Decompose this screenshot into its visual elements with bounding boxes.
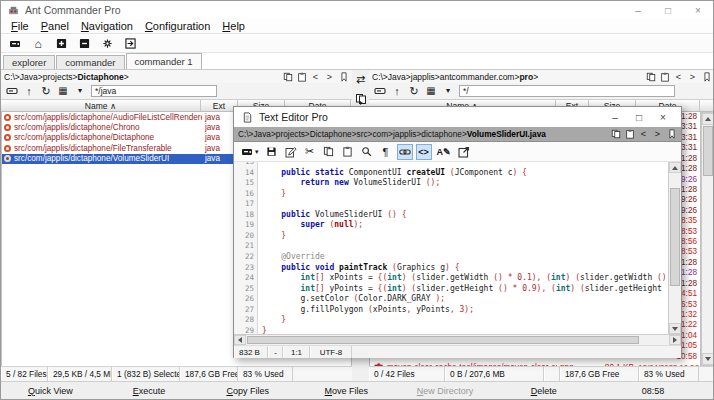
code-editor[interactable]: public static ComponentUI createUI (JCom… — [259, 162, 668, 334]
dialog-title: Text Editor Pro — [259, 111, 328, 123]
copy-path-icon[interactable] — [282, 71, 293, 82]
file-name: src/com/japplis/dictaphone/FileTransfera… — [14, 144, 172, 153]
menu-item-panel[interactable]: Panel — [35, 20, 75, 32]
refresh-icon[interactable]: ↻ — [40, 85, 52, 97]
maximize-button[interactable]: □ — [653, 5, 683, 16]
editor-status-segment: 832 B — [234, 346, 268, 358]
grid-view-icon[interactable]: ▦ — [425, 85, 437, 97]
open-file-button[interactable]: ▾ — [239, 144, 261, 160]
bookmark-icon[interactable] — [666, 129, 677, 140]
font-button[interactable]: A✎ — [435, 144, 453, 160]
remove-panel-icon[interactable] — [77, 37, 91, 51]
editor-scroll-down[interactable] — [669, 323, 681, 334]
code-button[interactable]: <> — [416, 144, 432, 160]
paste-path-icon[interactable] — [296, 71, 307, 82]
function-button-move-files[interactable]: Move Files — [297, 386, 396, 396]
function-button-quick-view[interactable]: Quick View — [1, 386, 100, 396]
paste-button[interactable] — [340, 144, 356, 160]
drive-icon[interactable] — [374, 85, 386, 97]
up-icon[interactable]: ↑ — [23, 85, 35, 97]
open-external-button[interactable] — [456, 144, 472, 160]
code-line: } — [262, 326, 668, 334]
code-line: int[] yPoints = {(int) (slider.getHeight… — [262, 284, 668, 295]
copy-button[interactable] — [321, 144, 337, 160]
editor-scroll-thumb[interactable] — [670, 188, 680, 286]
back-icon[interactable]: < — [673, 71, 684, 82]
menu-item-file[interactable]: File — [5, 20, 35, 32]
up-icon[interactable]: ↑ — [391, 85, 403, 97]
dropdown-caret-icon[interactable]: ▾ — [255, 148, 259, 156]
forward-icon[interactable]: > — [687, 71, 698, 82]
scroll-thumb[interactable] — [703, 126, 713, 176]
dialog-minimize-button[interactable]: – — [603, 112, 627, 123]
function-button-copy-files[interactable]: Copy Files — [198, 386, 297, 396]
swap-panels-icon[interactable]: ⇄ — [354, 72, 368, 86]
copy-to-panel-icon[interactable] — [354, 92, 368, 106]
minimize-button[interactable]: – — [623, 5, 653, 16]
forward-icon[interactable]: > — [324, 71, 335, 82]
editor-status-bar: 832 B-1:1UTF-8 — [234, 346, 681, 358]
caret-down[interactable]: ▾ — [74, 85, 86, 97]
editor-hscroll-thumb[interactable] — [247, 336, 639, 344]
edit-button[interactable] — [283, 144, 299, 160]
function-button-delete[interactable]: Delete — [494, 386, 593, 396]
scroll-up-arrow[interactable] — [702, 113, 714, 125]
paragraph-button[interactable]: ¶ — [378, 144, 394, 160]
caret-down[interactable]: ▾ — [442, 85, 454, 97]
forward-icon[interactable]: > — [652, 129, 663, 140]
window-title: Ant Commander Pro — [25, 4, 121, 16]
dialog-maximize-button[interactable]: □ — [627, 112, 651, 123]
menu-item-navigation[interactable]: Navigation — [75, 20, 139, 32]
editor-toolbar: ▾✂¶<>A✎ — [234, 142, 681, 162]
dialog-close-button[interactable]: × — [651, 112, 675, 123]
add-panel-icon[interactable] — [54, 37, 68, 51]
path-text[interactable]: C:\>Java>projects>Dictaphone> — [4, 72, 129, 82]
tab-explorer[interactable]: explorer — [3, 55, 55, 69]
file-name-cell: src/com/japplis/dictaphone/Dictaphone — [2, 133, 202, 142]
filter-input[interactable] — [91, 85, 217, 97]
grid-view-icon[interactable]: ▦ — [57, 85, 69, 97]
tab-commander[interactable]: commander — [56, 55, 124, 69]
back-icon[interactable]: < — [638, 129, 649, 140]
save-button[interactable] — [264, 144, 280, 160]
go-icon[interactable] — [123, 37, 137, 51]
line-number: 26 — [234, 294, 254, 305]
settings-icon[interactable] — [100, 37, 114, 51]
status-segment: 187,6 GB Free — [560, 367, 639, 381]
column-header-name[interactable]: Name ∧ — [1, 100, 201, 111]
copy-path-icon[interactable] — [645, 71, 656, 82]
back-icon[interactable]: < — [310, 71, 321, 82]
copy-path-icon[interactable] — [610, 129, 621, 140]
filter-input[interactable] — [459, 85, 675, 97]
paste-path-icon[interactable] — [659, 71, 670, 82]
editor-path-text: C:\>Java>projects>Dictaphone>src>com>jap… — [238, 129, 546, 139]
scroll-down-arrow[interactable] — [702, 353, 714, 365]
drives-icon[interactable] — [8, 37, 22, 51]
close-button[interactable]: × — [683, 5, 713, 16]
menu-item-configuration[interactable]: Configuration — [139, 20, 216, 32]
paste-path-icon[interactable] — [624, 129, 635, 140]
editor-scroll-up[interactable] — [669, 162, 681, 173]
editor-scroll-left[interactable] — [234, 335, 246, 345]
file-list-scrollbar[interactable] — [701, 112, 714, 366]
panel-toolbar: ↑↻▦▾ — [369, 83, 714, 99]
cut-button[interactable]: ✂ — [302, 144, 318, 160]
java-file-icon — [4, 155, 11, 162]
bookmark-icon[interactable] — [701, 71, 712, 82]
editor-scroll-right[interactable] — [669, 335, 681, 345]
path-text[interactable]: C:\>Java>japplis>antcommander.com>pro> — [372, 72, 538, 82]
home-icon[interactable]: ⌂ — [31, 37, 45, 51]
breadcrumb: C:\>Java>projects>Dictaphone><> — [1, 70, 352, 83]
status-segment: 0 / 42 Files — [369, 367, 445, 381]
search-button[interactable] — [359, 144, 375, 160]
editor-horizontal-scrollbar[interactable] — [234, 334, 681, 346]
link-button[interactable] — [397, 144, 413, 160]
tab-commander-1[interactable]: commander 1 — [126, 53, 202, 69]
bookmark-icon[interactable] — [338, 71, 349, 82]
menu-item-help[interactable]: Help — [216, 20, 251, 32]
editor-vertical-scrollbar[interactable] — [668, 162, 681, 334]
drive-icon[interactable] — [6, 85, 18, 97]
line-number: 24 — [234, 273, 254, 284]
refresh-icon[interactable]: ↻ — [408, 85, 420, 97]
function-button-execute[interactable]: Execute — [100, 386, 199, 396]
